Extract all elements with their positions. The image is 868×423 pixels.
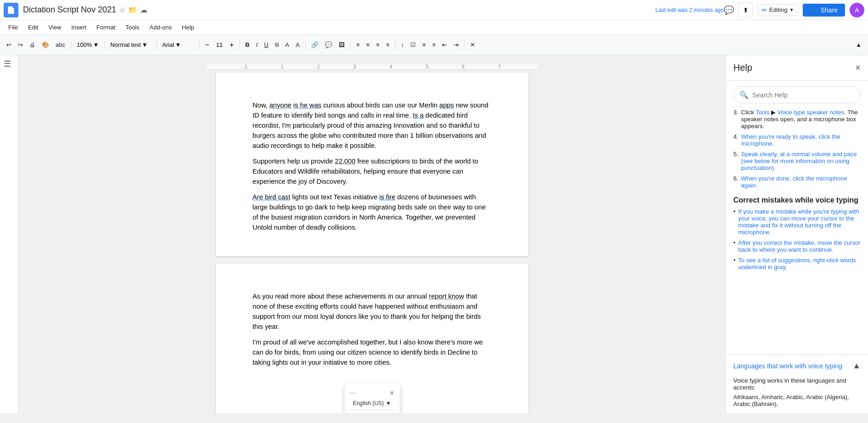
updates-button[interactable]: ⬆	[738, 3, 753, 17]
indent-less-button[interactable]: ⇤	[439, 39, 450, 50]
share-button[interactable]: 👤 Share	[803, 4, 845, 17]
indent-less-icon: ⇤	[442, 41, 447, 48]
doc-title[interactable]: Dictation Script Nov 2021	[23, 5, 116, 15]
line-spacing-button[interactable]: ↕	[398, 39, 407, 50]
cloud-icon[interactable]: ☁	[140, 6, 148, 14]
search-input[interactable]	[752, 91, 855, 99]
main-layout: ☰ -1 1 2 3 4 5 6 7 Now, anyone is he was…	[0, 55, 868, 413]
paragraph-2: Supporters help us provide 22,000 free s…	[253, 156, 492, 186]
font-value: Arial	[162, 41, 174, 48]
page-2-content[interactable]: As you read more about these achievement…	[253, 291, 492, 367]
text-is-he-was: is he was	[293, 102, 321, 109]
align-right-button[interactable]: ≡	[373, 39, 382, 50]
font-size-increase[interactable]: +	[227, 40, 236, 50]
step-5-num: 5.	[733, 151, 738, 171]
align-left-button[interactable]: ≡	[353, 39, 363, 50]
menu-format[interactable]: Format	[92, 22, 120, 33]
divider-7	[350, 40, 351, 50]
highlight-icon: A	[285, 41, 289, 48]
voice-close-button[interactable]: ×	[390, 389, 394, 397]
languages-list: Afrikaans, Amharic, Arabic, Arabic (Alge…	[733, 394, 861, 407]
editing-label: Editing	[769, 6, 788, 13]
checklist-icon: ☑	[410, 41, 416, 48]
align-center-button[interactable]: ≡	[363, 39, 373, 50]
insert-comment-button[interactable]: 💬	[322, 39, 335, 50]
paragraph-5: I'm proud of all we've accomplished toge…	[253, 337, 492, 367]
text-is-a: Is a	[413, 112, 424, 119]
voice-dialog: ··· × English (US) ▼ ?	[345, 384, 400, 413]
step-6-num: 6.	[733, 175, 738, 189]
menu-insert[interactable]: Insert	[67, 22, 91, 33]
align-center-icon: ≡	[366, 41, 370, 48]
bold-button[interactable]: B	[243, 39, 252, 50]
divider-4	[199, 40, 199, 50]
editing-dropdown[interactable]: ✏ Editing ▼	[758, 4, 798, 16]
voice-language-selector[interactable]: English (US) ▼	[350, 400, 394, 410]
indent-more-button[interactable]: ⇥	[451, 39, 461, 50]
languages-header[interactable]: Languages that work with voice typing ▲	[726, 355, 868, 377]
redo-button[interactable]: ↪	[15, 39, 26, 50]
menu-file[interactable]: File	[4, 22, 23, 33]
menu-view[interactable]: View	[44, 22, 66, 33]
menu-help[interactable]: Help	[177, 22, 199, 33]
last-edit-link[interactable]: Last edit was 2 minutes ago	[655, 7, 724, 13]
font-size-display[interactable]: 11	[213, 40, 226, 49]
outline-icon[interactable]: ☰	[4, 59, 11, 68]
help-close-button[interactable]: ×	[855, 62, 861, 73]
star-icon[interactable]: ☆	[119, 6, 125, 14]
help-search-box[interactable]: 🔍	[733, 86, 861, 103]
numbered-list-button[interactable]: ≡	[430, 39, 439, 50]
step-4-text: When you're ready to speak, click the mi…	[741, 133, 861, 147]
microphone-button[interactable]	[358, 412, 386, 413]
style-selector[interactable]: Normal text ▼	[108, 39, 153, 50]
underline-icon: U	[264, 41, 268, 48]
clear-format-icon: ✕	[470, 41, 475, 48]
text-report-know: report know	[429, 293, 464, 300]
bullet-2-text: After you correct the mistake, move the …	[738, 239, 861, 253]
menu-edit[interactable]: Edit	[23, 22, 43, 33]
clear-format-button[interactable]: ✕	[467, 39, 478, 50]
doc-area[interactable]: -1 1 2 3 4 5 6 7 Now, anyone is he was c…	[18, 55, 726, 413]
divider-5	[239, 40, 240, 50]
paragraph-4: As you read more about these achievement…	[253, 291, 492, 332]
spell-check-button[interactable]: abc	[53, 39, 68, 50]
page-1-content[interactable]: Now, anyone is he was curious about bird…	[253, 100, 492, 232]
help-title: Help	[733, 62, 752, 73]
top-bar: Dictation Script Nov 2021 ☆ 📁 ☁ Last edi…	[0, 0, 868, 20]
toolbar-collapse-button[interactable]: ▲	[853, 39, 864, 50]
comments-button[interactable]: 💬	[724, 5, 734, 15]
paint-format-button[interactable]: 🎨	[39, 39, 52, 50]
zoom-selector[interactable]: 100% ▼	[74, 39, 102, 50]
checklist-button[interactable]: ☑	[408, 39, 419, 50]
avatar[interactable]: A	[850, 3, 864, 17]
paragraph-3: Are bird cast lights out text Texas init…	[253, 192, 492, 232]
menu-addons[interactable]: Add-ons	[145, 22, 176, 33]
italic-icon: I	[256, 41, 258, 48]
menu-tools[interactable]: Tools	[121, 22, 144, 33]
text-color-button[interactable]: A	[293, 39, 303, 50]
page-1: Now, anyone is he was curious about bird…	[216, 73, 528, 256]
avatar-letter: A	[855, 6, 859, 14]
undo-button[interactable]: ↩	[4, 39, 14, 50]
insert-image-button[interactable]: 🖼	[336, 39, 347, 50]
help-step-3: 3. Click Tools ▶ Voice type speaker note…	[733, 109, 861, 130]
folder-icon[interactable]: 📁	[128, 6, 137, 14]
strikethrough-button[interactable]: S	[272, 39, 282, 50]
print-button[interactable]: 🖨	[27, 39, 38, 50]
bold-icon: B	[245, 41, 250, 48]
voice-dots[interactable]: ···	[350, 389, 356, 397]
italic-button[interactable]: I	[253, 39, 261, 50]
font-size-decrease[interactable]: −	[202, 40, 212, 50]
menu-bar: File Edit View Insert Format Tools Add-o…	[0, 20, 868, 35]
text-color-icon: A	[296, 41, 300, 48]
font-selector[interactable]: Arial ▼	[159, 39, 196, 50]
highlight-button[interactable]: A	[283, 39, 292, 50]
step-3-num: 3.	[733, 109, 738, 130]
comments-icon: 💬	[724, 6, 734, 15]
redo-icon: ↪	[18, 41, 23, 48]
numbered-list-icon: ≡	[432, 41, 436, 48]
underline-button[interactable]: U	[261, 39, 271, 50]
align-justify-button[interactable]: ≡	[383, 39, 392, 50]
insert-link-button[interactable]: 🔗	[308, 39, 321, 50]
bullet-list-button[interactable]: ≡	[420, 39, 429, 50]
